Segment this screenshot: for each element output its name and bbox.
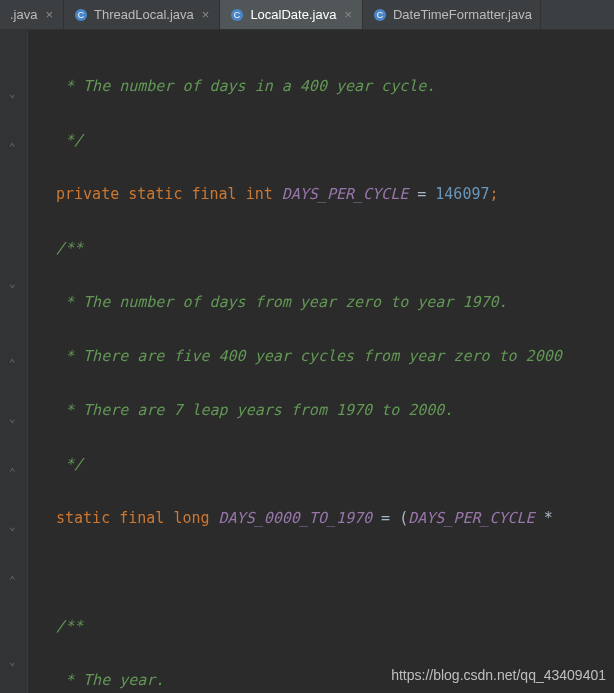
fold-close-icon[interactable]: ⌄ bbox=[9, 521, 16, 532]
type: int bbox=[246, 185, 273, 203]
gutter: ⌄ ⌃ ⌄ ⌃ ⌄ ⌃ ⌄ ⌃ ⌄ bbox=[0, 30, 28, 693]
comment-end: */ bbox=[56, 455, 83, 473]
editor-area: ⌄ ⌃ ⌄ ⌃ ⌄ ⌃ ⌄ ⌃ ⌄ * The number of days i… bbox=[0, 30, 614, 693]
fold-open-icon[interactable]: ⌃ bbox=[9, 575, 16, 586]
java-class-icon: C bbox=[74, 8, 88, 22]
fold-close-icon[interactable]: ⌄ bbox=[9, 656, 16, 667]
operator: = bbox=[408, 185, 435, 203]
fold-open-icon[interactable]: ⌃ bbox=[9, 358, 16, 369]
tab-label: DateTimeFormatter.java bbox=[393, 7, 532, 22]
comment-text: * The number of days from year zero to y… bbox=[56, 293, 508, 311]
javadoc-start: /** bbox=[56, 239, 83, 257]
fold-open-icon[interactable]: ⌃ bbox=[9, 142, 16, 153]
tab-datetimeformatter[interactable]: C DateTimeFormatter.java bbox=[363, 0, 541, 29]
tab-threadlocal[interactable]: C ThreadLocal.java × bbox=[64, 0, 220, 29]
semicolon: ; bbox=[490, 185, 499, 203]
tab-label: LocalDate.java bbox=[250, 7, 336, 22]
number-literal: 146097 bbox=[435, 185, 489, 203]
tab-localdate[interactable]: C LocalDate.java × bbox=[220, 0, 363, 29]
constant-name: DAYS_PER_CYCLE bbox=[282, 185, 408, 203]
comment-end: */ bbox=[56, 131, 83, 149]
fold-close-icon[interactable]: ⌄ bbox=[9, 88, 16, 99]
svg-text:C: C bbox=[78, 10, 85, 20]
java-class-icon: C bbox=[373, 8, 387, 22]
operator: * bbox=[535, 509, 553, 527]
comment-text: * There are 7 leap years from 1970 to 20… bbox=[56, 401, 453, 419]
close-icon[interactable]: × bbox=[342, 8, 354, 21]
editor-tab-bar: .java × C ThreadLocal.java × C LocalDate… bbox=[0, 0, 614, 30]
keyword: static bbox=[56, 509, 110, 527]
keyword: final bbox=[119, 509, 164, 527]
tab-label: .java bbox=[10, 7, 37, 22]
keyword: final bbox=[191, 185, 236, 203]
keyword: private bbox=[56, 185, 119, 203]
fold-close-icon[interactable]: ⌄ bbox=[9, 278, 16, 289]
fold-close-icon[interactable]: ⌄ bbox=[9, 413, 16, 424]
code-editor[interactable]: * The number of days in a 400 year cycle… bbox=[28, 30, 614, 693]
comment-text: * The year. bbox=[56, 671, 164, 689]
javadoc-start: /** bbox=[56, 617, 83, 635]
keyword: static bbox=[128, 185, 182, 203]
constant-ref: DAYS_PER_CYCLE bbox=[408, 509, 534, 527]
close-icon[interactable]: × bbox=[43, 8, 55, 21]
svg-text:C: C bbox=[234, 10, 241, 20]
java-class-icon: C bbox=[230, 8, 244, 22]
tab-label: ThreadLocal.java bbox=[94, 7, 194, 22]
comment-text: * The number of days in a 400 year cycle… bbox=[56, 77, 435, 95]
tab-partial-java[interactable]: .java × bbox=[0, 0, 64, 29]
close-icon[interactable]: × bbox=[200, 8, 212, 21]
constant-name: DAYS_0000_TO_1970 bbox=[219, 509, 373, 527]
type: long bbox=[173, 509, 209, 527]
operator: = ( bbox=[372, 509, 408, 527]
comment-text: * There are five 400 year cycles from ye… bbox=[56, 347, 562, 365]
svg-text:C: C bbox=[377, 10, 384, 20]
fold-open-icon[interactable]: ⌃ bbox=[9, 467, 16, 478]
